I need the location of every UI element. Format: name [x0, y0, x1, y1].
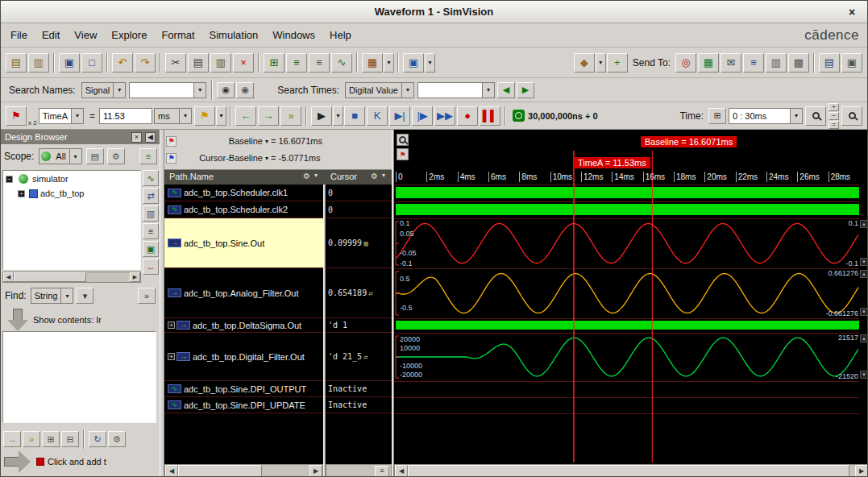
signal-cursor-value-cell[interactable]: 'd 1: [326, 318, 392, 333]
tree-hscrollbar[interactable]: ◀ ▶: [2, 272, 141, 283]
strip-waveform-icon[interactable]: ∿: [143, 170, 159, 186]
tree-view-icon[interactable]: ≡: [139, 148, 157, 164]
goto-time-icon[interactable]: »: [280, 106, 301, 126]
display-mode-icon[interactable]: ▣: [403, 53, 424, 73]
save-waveform-icon[interactable]: ▤: [6, 53, 27, 73]
panel-close-icon[interactable]: ×: [131, 132, 142, 143]
signal-cursor-value-cell[interactable]: 'd 21_5⇄: [326, 333, 392, 381]
zoom-equal-icon[interactable]: =: [829, 121, 839, 129]
scroll-left-icon[interactable]: ◀: [395, 465, 408, 477]
scroll-right-icon[interactable]: ▶: [309, 465, 322, 477]
search-times-type-combo[interactable]: Digital Value ▾: [345, 82, 414, 98]
send-to-list-icon[interactable]: ≡: [743, 53, 764, 73]
refresh-tree-icon[interactable]: ↻: [89, 431, 106, 447]
names-hscrollbar[interactable]: ◀ ▶: [164, 464, 323, 477]
collapse-bus-icon[interactable]: ≡: [309, 53, 330, 73]
send-to-memory-icon[interactable]: ▩: [788, 53, 809, 73]
track-scale-down-icon[interactable]: ▼: [860, 371, 868, 379]
next-edge-icon[interactable]: →: [258, 106, 279, 126]
dropdown-arrow-icon[interactable]: ▾: [193, 83, 206, 97]
menu-windows[interactable]: Windows: [271, 27, 317, 43]
dropdown-arrow-icon[interactable]: ▾: [790, 109, 802, 123]
collapse-icon[interactable]: −: [6, 176, 13, 183]
workspace-arrow-icon[interactable]: ▾: [596, 53, 606, 73]
zoom-minus-icon[interactable]: −: [829, 112, 839, 120]
chart-menu-arrow-icon[interactable]: ▾: [384, 53, 394, 73]
step-icon[interactable]: ▶|: [389, 106, 410, 126]
scrollbar-track[interactable]: [178, 465, 309, 477]
strip-columns-icon[interactable]: ▥: [143, 205, 159, 222]
search-names-input[interactable]: ▾: [129, 82, 206, 98]
copy-icon[interactable]: ▤: [188, 53, 209, 73]
scrollbar-thumb[interactable]: [14, 272, 86, 282]
dropdown-arrow-icon[interactable]: ▾: [265, 138, 268, 145]
signal-column-header[interactable]: Path.Name ⚙ ▾ Cursor ⚙ ▾: [164, 170, 392, 185]
signal-row[interactable]: +→adc_tb_top.Digital_Filter.Out: [164, 333, 323, 381]
signal-options-icon[interactable]: ∿: [331, 53, 352, 73]
expand-icon[interactable]: +: [18, 190, 25, 197]
scroll-right-icon[interactable]: ▶: [130, 272, 140, 282]
zoom-in-icon[interactable]: [805, 106, 826, 126]
values-options-icon[interactable]: ≡: [375, 466, 389, 477]
send-to-source-icon[interactable]: ✉: [721, 53, 741, 73]
find-more-button[interactable]: »: [138, 288, 156, 304]
marker-options-icon[interactable]: ⚑: [194, 106, 215, 126]
track-scale-up-icon[interactable]: ▲: [860, 270, 868, 278]
strip-hierarchy-icon[interactable]: ▣: [143, 241, 159, 257]
paste-icon[interactable]: ▥: [210, 53, 231, 73]
find-type-combo[interactable]: String ▾: [31, 288, 74, 304]
dropdown-arrow-icon[interactable]: ▾: [69, 149, 81, 164]
send-to-properties-icon[interactable]: ▣: [841, 53, 862, 73]
dropdown-arrow-icon[interactable]: ▾: [216, 106, 226, 126]
strip-compare-icon[interactable]: ⇄: [143, 188, 159, 204]
menu-help[interactable]: Help: [328, 27, 353, 43]
send-to-schematic-icon[interactable]: ▦: [698, 53, 719, 73]
menu-view[interactable]: View: [73, 27, 98, 43]
find-history-icon[interactable]: ▾: [76, 288, 93, 304]
scope-combo[interactable]: All ▾: [39, 148, 81, 164]
titlebar[interactable]: Waveform 1 - SimVision ×: [1, 1, 867, 23]
dropdown-arrow-icon[interactable]: ▾: [60, 288, 73, 303]
track-scale-up-icon[interactable]: ▲: [860, 220, 868, 228]
dropdown-arrow-icon[interactable]: ▾: [71, 109, 83, 123]
zoom-region-icon[interactable]: [397, 134, 409, 146]
zoom-fit-icon[interactable]: [841, 106, 862, 126]
gear-icon[interactable]: ⚙: [303, 172, 310, 180]
timea-badge[interactable]: TimeA = 11.53ms: [574, 157, 650, 168]
run-to-icon[interactable]: ▶▶: [434, 106, 455, 126]
signal-row[interactable]: ∿adc_tb_top.Scheduler.clk2: [164, 201, 323, 218]
signal-row[interactable]: +→adc_tb_top.DeltaSigma.Out: [164, 318, 323, 333]
dropdown-arrow-icon[interactable]: ▾: [482, 83, 494, 97]
undo-icon[interactable]: ↶: [112, 53, 133, 73]
dropdown-arrow-icon[interactable]: ▾: [333, 106, 343, 126]
search-next-icon[interactable]: ◉: [236, 82, 254, 98]
signal-cursor-value-cell[interactable]: Inactive: [326, 397, 392, 413]
search-prev-icon[interactable]: ◉: [217, 82, 235, 98]
cursor-marker-icon[interactable]: ⚑: [166, 153, 177, 164]
scrollbar-thumb[interactable]: [408, 465, 849, 477]
zoom-plus-icon[interactable]: +: [829, 103, 839, 111]
contents-listbox[interactable]: [2, 331, 156, 423]
prev-edge-icon[interactable]: ←: [235, 106, 256, 126]
design-tree[interactable]: − simulator + adc_tb_top: [2, 170, 141, 270]
expand-bus-icon[interactable]: ≡: [286, 53, 307, 73]
strip-console-icon[interactable]: ≡: [143, 223, 159, 239]
dropdown-arrow-icon[interactable]: ▾: [382, 172, 385, 179]
search-times-input[interactable]: ▾: [417, 82, 495, 98]
expand-all-icon[interactable]: ⊞: [42, 431, 60, 447]
send-to-target-icon[interactable]: ◎: [675, 53, 696, 73]
strip-detach-icon[interactable]: ↔: [143, 259, 159, 275]
add-all-to-waveform-icon[interactable]: »: [23, 431, 40, 447]
waveform-hscrollbar[interactable]: ◀ ▶: [394, 464, 868, 477]
units-combo[interactable]: ms ▾: [154, 108, 192, 124]
signal-row[interactable]: ∿adc_tb_top.Sine.DPI_UPDATE: [164, 397, 323, 413]
run-icon[interactable]: ▶: [311, 106, 332, 126]
scrollbar-thumb[interactable]: [178, 465, 262, 477]
dropdown-arrow-icon[interactable]: ▾: [314, 172, 318, 179]
expand-icon[interactable]: +: [168, 353, 175, 360]
signal-cursor-value-cell[interactable]: 0: [326, 201, 392, 218]
load-database-icon[interactable]: ▥: [28, 53, 49, 73]
baseline-marker-icon[interactable]: ⚑: [166, 136, 177, 147]
scrollbar-track[interactable]: [14, 272, 130, 282]
time-range-combo[interactable]: 0 : 30ms ▾: [729, 108, 803, 124]
